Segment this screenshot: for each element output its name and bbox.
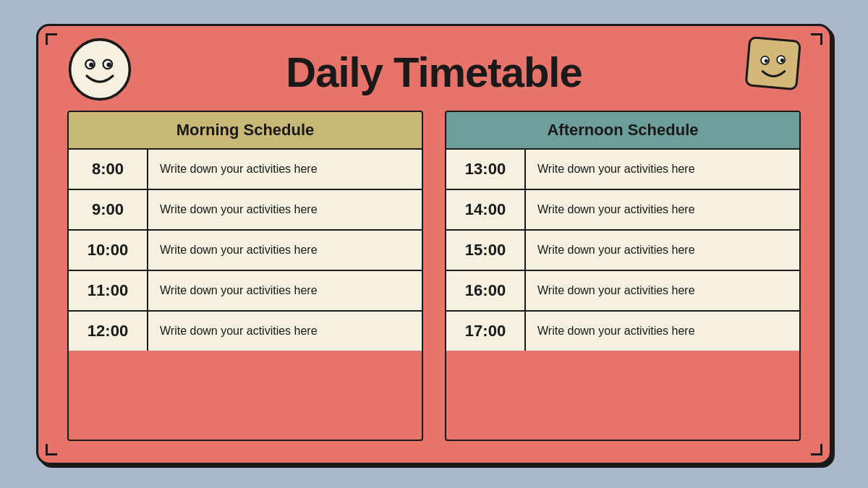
svg-point-2: [89, 62, 93, 67]
activity-cell-8: Write down your activities here: [148, 150, 422, 189]
activity-cell-9: Write down your activities here: [148, 190, 422, 229]
smiley-face-right: [743, 33, 804, 95]
table-row: 16:00 Write down your activities here: [446, 271, 799, 312]
time-cell-15: 15:00: [446, 231, 526, 270]
afternoon-schedule-header: Afternoon Schedule: [446, 112, 799, 150]
svg-point-4: [106, 62, 111, 67]
table-row: 17:00 Write down your activities here: [446, 312, 799, 351]
main-card: Daily Timetable Morning Schedule 8:00 Wr…: [36, 24, 832, 465]
morning-schedule-header: Morning Schedule: [69, 112, 422, 150]
activity-cell-17: Write down your activities here: [526, 312, 799, 351]
activity-cell-14: Write down your activities here: [526, 190, 799, 229]
corner-decoration-tl: [46, 33, 57, 45]
table-row: 10:00 Write down your activities here: [69, 231, 422, 271]
activity-cell-12: Write down your activities here: [148, 312, 422, 351]
corner-decoration-br: [811, 444, 822, 455]
page-title: Daily Timetable: [286, 48, 582, 96]
time-cell-9: 9:00: [69, 190, 148, 229]
smiley-face-left: [67, 37, 132, 102]
time-cell-11: 11:00: [69, 271, 148, 310]
svg-point-7: [765, 59, 768, 62]
table-row: 13:00 Write down your activities here: [446, 150, 799, 190]
morning-schedule-table: Morning Schedule 8:00 Write down your ac…: [67, 111, 423, 441]
afternoon-schedule-table: Afternoon Schedule 13:00 Write down your…: [445, 111, 801, 441]
activity-cell-13: Write down your activities here: [526, 150, 799, 189]
time-cell-13: 13:00: [446, 150, 526, 189]
table-row: 15:00 Write down your activities here: [446, 231, 799, 271]
time-cell-14: 14:00: [446, 190, 526, 229]
table-row: 11:00 Write down your activities here: [69, 271, 422, 312]
table-row: 9:00 Write down your activities here: [69, 190, 422, 231]
table-row: 12:00 Write down your activities here: [69, 312, 422, 351]
tables-container: Morning Schedule 8:00 Write down your ac…: [67, 111, 801, 441]
table-row: 8:00 Write down your activities here: [69, 150, 422, 190]
activity-cell-11: Write down your activities here: [148, 271, 422, 310]
table-row: 14:00 Write down your activities here: [446, 190, 799, 231]
svg-rect-5: [746, 37, 800, 89]
activity-cell-10: Write down your activities here: [148, 231, 422, 270]
time-cell-16: 16:00: [446, 271, 526, 310]
time-cell-12: 12:00: [69, 312, 148, 351]
activity-cell-15: Write down your activities here: [526, 231, 799, 270]
activity-cell-16: Write down your activities here: [526, 271, 799, 310]
time-cell-17: 17:00: [446, 312, 526, 351]
svg-point-9: [780, 58, 784, 61]
corner-decoration-bl: [46, 444, 57, 455]
time-cell-8: 8:00: [69, 150, 148, 189]
corner-decoration-tr: [811, 33, 822, 45]
svg-point-0: [70, 39, 130, 99]
time-cell-10: 10:00: [69, 231, 148, 270]
